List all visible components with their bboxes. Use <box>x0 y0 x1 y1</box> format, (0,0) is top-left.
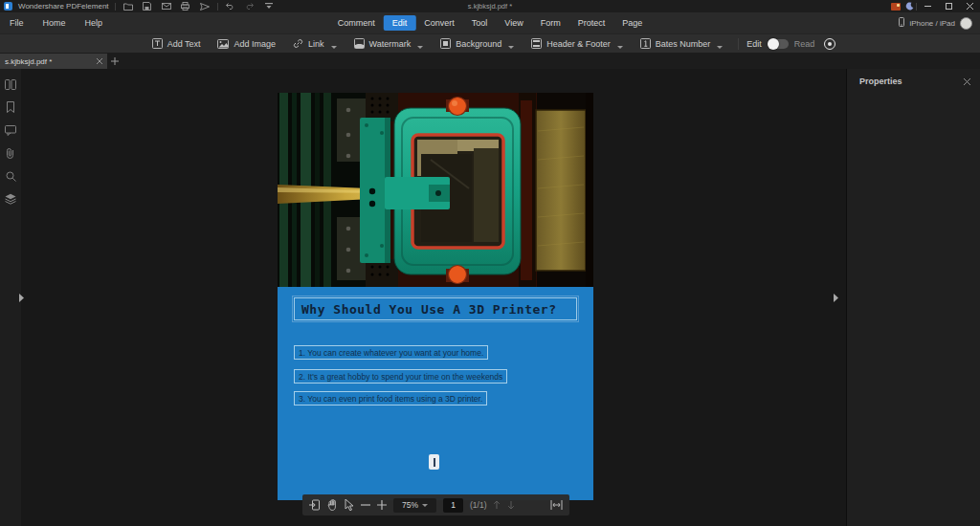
app-window: Wondershare PDFelement <box>0 0 980 526</box>
menu-help[interactable]: Help <box>76 15 113 31</box>
doc-list-item-2[interactable]: 2. It's a great hobby to spend your time… <box>294 369 507 384</box>
watermark-icon <box>354 38 365 49</box>
status-bar: 75% 1 (1/1) <box>302 494 569 515</box>
dropdown-caret-icon <box>508 46 514 49</box>
main-area: Why Should You Use A 3D Printer? 1. You … <box>0 69 980 526</box>
redo-icon[interactable] <box>243 1 256 11</box>
add-text-icon <box>152 38 163 49</box>
dropdown-caret-icon <box>417 46 423 49</box>
comment-icon[interactable] <box>4 123 17 137</box>
app-name: Wondershare PDFelement <box>18 2 109 11</box>
close-tab-icon[interactable] <box>97 58 102 64</box>
header-footer-button[interactable]: Header & Footer <box>523 36 631 52</box>
divider <box>738 38 739 50</box>
dropdown-caret-icon <box>331 46 337 49</box>
save-icon[interactable] <box>141 1 154 11</box>
print-icon[interactable] <box>179 1 192 11</box>
add-image-button[interactable]: Add Image <box>210 36 283 52</box>
ribbon-tabs: Comment Edit Convert Tool View Form Prot… <box>329 15 651 31</box>
collapse-properties-handle[interactable] <box>834 291 840 304</box>
search-icon[interactable] <box>4 169 17 183</box>
dark-mode-moon-icon[interactable] <box>902 1 916 11</box>
doc-list-item-3[interactable]: 3. You can even print food items using a… <box>294 391 487 405</box>
select-tool-icon[interactable] <box>345 499 354 511</box>
menu-home[interactable]: Home <box>33 15 76 31</box>
open-file-icon[interactable] <box>122 1 135 11</box>
add-text-button[interactable]: Add Text <box>145 36 209 52</box>
window-document-title: s.kjbksjd.pdf * <box>468 0 512 12</box>
thumbnails-icon[interactable] <box>4 77 17 91</box>
bates-number-button[interactable]: Bates Number <box>633 36 731 52</box>
properties-title: Properties <box>859 77 902 86</box>
divider <box>115 3 116 11</box>
attachment-icon[interactable] <box>4 146 17 160</box>
previous-page-icon[interactable] <box>493 500 501 510</box>
next-page-icon[interactable] <box>507 500 515 510</box>
tab-edit[interactable]: Edit <box>384 15 416 31</box>
read-mode-label: Read <box>794 39 815 49</box>
dropdown-caret-icon <box>617 46 623 49</box>
avatar[interactable] <box>960 17 972 30</box>
properties-panel: Properties <box>846 69 980 526</box>
page-text-section: Why Should You Use A 3D Printer? 1. You … <box>278 287 593 500</box>
divider <box>217 3 218 11</box>
tab-view[interactable]: View <box>496 15 531 31</box>
dropdown-caret-icon <box>717 46 723 49</box>
new-tab-icon[interactable] <box>107 54 122 69</box>
doc-title-textbox[interactable]: Why Should You Use A 3D Printer? <box>294 297 577 320</box>
doc-title-text: Why Should You Use A 3D Printer? <box>301 302 556 317</box>
zoom-out-icon[interactable] <box>361 500 370 510</box>
edit-read-toggle[interactable] <box>768 39 789 49</box>
zoom-in-icon[interactable] <box>377 500 387 510</box>
document-tab[interactable]: s.kjbksjd.pdf * <box>0 54 107 69</box>
doc-list-item-1[interactable]: 1. You can create whatever you want at y… <box>294 345 488 360</box>
chevron-down-icon <box>422 504 428 507</box>
edit-toolbar: Add Text Add Image Link Watermark <box>0 33 980 53</box>
page-number-input[interactable]: 1 <box>443 498 463 513</box>
text-cursor-badge <box>429 454 439 470</box>
menu-file[interactable]: File <box>0 15 33 31</box>
read-options-icon[interactable] <box>824 38 835 50</box>
watermark-button[interactable]: Watermark <box>346 36 432 52</box>
zoom-level-select[interactable]: 75% <box>393 498 436 513</box>
document-tab-label: s.kjbksjd.pdf * <box>5 57 93 66</box>
page-count-label: (1/1) <box>470 500 486 510</box>
maximize-button[interactable] <box>938 0 959 12</box>
close-properties-icon[interactable] <box>964 78 970 85</box>
device-sync[interactable]: iPhone / iPad <box>899 17 972 30</box>
properties-header: Properties <box>847 69 980 86</box>
customize-toolbar-icon[interactable] <box>262 1 276 11</box>
tab-page[interactable]: Page <box>613 15 651 31</box>
document-canvas[interactable]: Why Should You Use A 3D Printer? 1. You … <box>21 69 846 526</box>
printer-photo <box>278 93 593 287</box>
add-image-icon <box>217 39 229 49</box>
header-footer-icon <box>531 38 542 49</box>
title-bar: Wondershare PDFelement <box>0 0 980 12</box>
bates-number-icon <box>640 38 651 49</box>
phone-icon <box>899 17 904 29</box>
edit-mode-label: Edit <box>746 39 762 49</box>
link-button[interactable]: Link <box>285 36 345 52</box>
pdf-page[interactable]: Why Should You Use A 3D Printer? 1. You … <box>278 93 593 500</box>
link-icon <box>293 38 303 49</box>
fit-width-icon[interactable] <box>550 500 563 510</box>
tab-protect[interactable]: Protect <box>569 15 614 31</box>
tab-comment[interactable]: Comment <box>329 15 384 31</box>
left-navigation-panel <box>0 69 21 526</box>
close-window-button[interactable] <box>959 0 980 12</box>
minimize-button[interactable] <box>917 0 938 12</box>
promo-icon[interactable] <box>889 1 902 11</box>
tab-tool[interactable]: Tool <box>463 15 497 31</box>
undo-icon[interactable] <box>224 1 237 11</box>
background-button[interactable]: Background <box>433 36 522 52</box>
email-icon[interactable] <box>160 1 173 11</box>
share-icon[interactable] <box>198 1 212 11</box>
expand-sidebar-handle[interactable] <box>19 291 26 304</box>
hand-tool-icon[interactable] <box>327 499 338 511</box>
bookmark-icon[interactable] <box>4 100 17 114</box>
app-logo <box>4 2 12 11</box>
layers-icon[interactable] <box>4 192 17 206</box>
tab-convert[interactable]: Convert <box>415 15 463 31</box>
tab-form[interactable]: Form <box>532 15 569 31</box>
previous-view-icon[interactable] <box>309 499 321 511</box>
